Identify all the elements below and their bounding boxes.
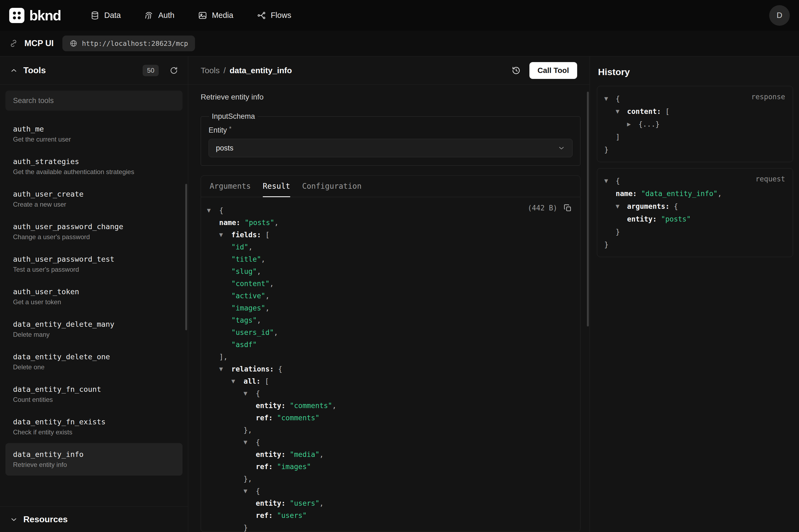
tool-name: auth_me — [13, 125, 175, 133]
chevron-down-icon — [10, 515, 18, 524]
toggle-icon[interactable]: ▼ — [604, 96, 616, 101]
tools-count-badge: 50 — [142, 65, 159, 76]
json-line: entity: "media", — [207, 448, 572, 460]
breadcrumb-section[interactable]: Tools — [201, 66, 220, 75]
tool-description: Get the current user — [13, 136, 175, 143]
history-icon-button[interactable] — [511, 65, 521, 76]
sidebar: Tools 50 auth_meGet the current userauth… — [0, 56, 188, 532]
json-line: "content", — [207, 278, 572, 290]
toggle-icon[interactable]: ▼ — [244, 439, 256, 445]
tools-title: Tools — [23, 65, 46, 75]
history-card-request[interactable]: request ▼{name: "data_entity_info",▼argu… — [597, 168, 793, 257]
resources-title: Resources — [23, 514, 68, 525]
entity-label: Entity* — [209, 126, 573, 134]
result-json: (442 B) ▼{name: "posts",▼fields: ["id","… — [201, 197, 580, 532]
tools-section-header[interactable]: Tools 50 — [0, 56, 188, 84]
input-schema-fieldset: InputSchema Entity* posts — [201, 112, 581, 166]
main-scrollbar[interactable] — [587, 92, 589, 326]
breadcrumb: Tools / data_entity_info — [201, 66, 292, 75]
select-value: posts — [216, 144, 233, 152]
tool-name: auth_user_token — [13, 287, 175, 296]
toggle-icon[interactable]: ▼ — [604, 178, 616, 184]
tool-item[interactable]: data_entity_fn_countCount entities — [5, 378, 183, 411]
toggle-icon[interactable]: ▼ — [616, 203, 627, 209]
sidebar-scrollbar[interactable] — [185, 184, 187, 330]
entity-select[interactable]: posts — [209, 139, 573, 157]
json-line: } — [207, 521, 572, 532]
breadcrumb-separator: / — [224, 66, 226, 75]
toggle-icon[interactable]: ▼ — [207, 207, 219, 213]
json-line: "slug", — [207, 265, 572, 278]
search-input[interactable] — [5, 91, 183, 111]
tool-description-text: Retrieve entity info — [201, 93, 581, 101]
tab-result[interactable]: Result — [257, 176, 296, 197]
tool-item[interactable]: data_entity_delete_oneDelete one — [5, 345, 183, 378]
json-line: } — [604, 143, 786, 156]
card-type-label: request — [755, 175, 785, 183]
required-asterisk: * — [229, 125, 232, 132]
avatar[interactable]: D — [769, 5, 790, 26]
nav-item-auth[interactable]: Auth — [144, 11, 174, 20]
page-title: MCP UI — [24, 38, 54, 48]
tool-description: Delete one — [13, 363, 175, 371]
toggle-icon[interactable]: ▶ — [627, 121, 639, 127]
toggle-icon[interactable]: ▼ — [219, 366, 231, 372]
tool-description: Test a user's password — [13, 266, 175, 273]
tool-description: Get the available authentication strateg… — [13, 168, 175, 176]
tool-description: Change a user's password — [13, 233, 175, 241]
tool-item[interactable]: data_entity_infoRetrieve entity info — [5, 443, 183, 476]
tab-configuration[interactable]: Configuration — [296, 176, 367, 197]
tool-item[interactable]: data_entity_delete_manyDelete many — [5, 313, 183, 345]
nav-label-media: Media — [212, 11, 233, 20]
toggle-icon[interactable]: ▼ — [616, 109, 627, 114]
media-icon — [198, 11, 208, 20]
tool-item[interactable]: auth_strategiesGet the available authent… — [5, 150, 183, 183]
toggle-icon[interactable]: ▼ — [244, 488, 256, 494]
toggle-icon[interactable]: ▼ — [231, 378, 244, 384]
nav-item-flows[interactable]: Flows — [256, 11, 291, 20]
chevron-down-icon — [558, 144, 565, 152]
chevron-up-icon — [10, 66, 18, 75]
copy-button[interactable] — [563, 204, 572, 212]
json-line: "users_id", — [207, 326, 572, 338]
tool-item[interactable]: auth_user_createCreate a new user — [5, 183, 183, 215]
refresh-icon[interactable] — [170, 66, 178, 75]
json-line: }, — [207, 424, 572, 436]
tool-name: auth_user_create — [13, 190, 175, 198]
json-line: ] — [604, 130, 786, 143]
json-line: "title", — [207, 253, 572, 265]
tool-item[interactable]: auth_user_password_changeChange a user's… — [5, 215, 183, 248]
json-line: }, — [207, 473, 572, 485]
server-url-pill[interactable]: http://localhost:28623/mcp — [62, 36, 195, 51]
json-line: ▼arguments: { — [604, 200, 786, 213]
json-line: ▼fields: [ — [207, 229, 572, 241]
server-url: http://localhost:28623/mcp — [82, 40, 188, 48]
json-line: ▼relations: { — [207, 363, 572, 375]
flows-icon — [256, 11, 266, 20]
toggle-icon[interactable]: ▼ — [244, 391, 256, 396]
tool-name: data_entity_fn_exists — [13, 418, 175, 426]
header-actions: Call Tool — [511, 62, 577, 79]
json-line: "active", — [207, 290, 572, 302]
history-card-response[interactable]: response ▼{▼content: [▶{...}]} — [597, 86, 793, 162]
nav-label-flows: Flows — [271, 11, 291, 20]
search-wrap — [0, 84, 188, 118]
workspace: Tools 50 auth_meGet the current userauth… — [0, 56, 799, 532]
tool-item[interactable]: auth_user_password_testTest a user's pas… — [5, 248, 183, 280]
call-tool-button[interactable]: Call Tool — [529, 62, 577, 79]
resources-section-header[interactable]: Resources — [0, 507, 188, 532]
result-card: Arguments Result Configuration (442 B) — [201, 175, 581, 532]
tab-arguments[interactable]: Arguments — [204, 176, 257, 197]
json-line: ], — [207, 350, 572, 363]
nav-item-data[interactable]: Data — [90, 11, 121, 20]
tool-item[interactable]: auth_meGet the current user — [5, 118, 183, 150]
json-line: ▼content: [ — [604, 105, 786, 118]
tool-item[interactable]: data_entity_fn_existsCheck if entity exi… — [5, 411, 183, 443]
globe-icon — [70, 39, 78, 48]
database-icon — [90, 11, 100, 20]
nav-label-data: Data — [104, 11, 121, 20]
nav-item-media[interactable]: Media — [198, 11, 233, 20]
tool-item[interactable]: auth_user_tokenGet a user token — [5, 280, 183, 313]
bknd-logo[interactable]: bknd — [9, 7, 61, 24]
toggle-icon[interactable]: ▼ — [219, 232, 231, 238]
